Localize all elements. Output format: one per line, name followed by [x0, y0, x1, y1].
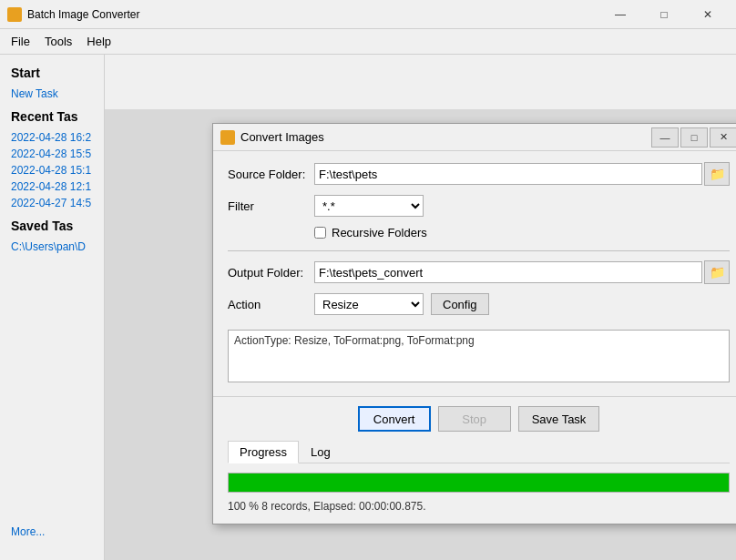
dialog-body: Source Folder: 📁 Filter *.* *.jpg *.png … [213, 151, 736, 396]
tab-progress[interactable]: Progress [228, 441, 299, 463]
dialog-footer: Convert Stop Save Task [213, 396, 736, 441]
action-info-textarea[interactable]: ActionType: Resize, ToFormat:png, ToForm… [228, 330, 730, 382]
sidebar: Start New Task Recent Tas 2022-04-28 16:… [0, 55, 105, 560]
saved-section-title: Saved Tas [11, 219, 93, 233]
stop-button[interactable]: Stop [438, 406, 511, 432]
recent-item-1[interactable]: 2022-04-28 15:5 [11, 148, 93, 160]
output-folder-label: Output Folder: [228, 266, 314, 280]
output-folder-input[interactable] [314, 261, 702, 283]
maximize-button[interactable]: □ [643, 2, 685, 27]
right-area: Convert Images — □ ✕ Source Folder: 📁 [105, 55, 736, 560]
action-label: Action [228, 298, 314, 311]
title-bar: Batch Image Converter — □ ✕ [0, 0, 736, 29]
action-row: Action Resize Convert Crop Watermark Con… [228, 293, 730, 315]
filter-row: Filter *.* *.jpg *.png *.bmp *.gif *.tif [228, 195, 730, 217]
progress-bar-container [228, 473, 730, 493]
save-task-button[interactable]: Save Task [518, 406, 600, 432]
start-section-title: Start [11, 66, 93, 80]
menu-bar: File Tools Help [0, 29, 736, 55]
dialog-title: Convert Images [240, 130, 651, 144]
app-icon [7, 7, 22, 22]
source-folder-input[interactable] [314, 163, 702, 185]
filter-label: Filter [228, 199, 314, 213]
new-task-link[interactable]: New Task [11, 87, 93, 100]
output-browse-button[interactable]: 📁 [704, 260, 730, 284]
convert-dialog: Convert Images — □ ✕ Source Folder: 📁 [212, 123, 736, 524]
menu-help[interactable]: Help [79, 31, 118, 52]
menu-tools[interactable]: Tools [37, 31, 79, 52]
main-content: Start New Task Recent Tas 2022-04-28 16:… [0, 55, 736, 560]
minimize-button[interactable]: — [599, 2, 641, 27]
recent-section-title: Recent Tas [11, 109, 93, 124]
dialog-maximize-button[interactable]: □ [680, 127, 708, 148]
menu-file[interactable]: File [4, 31, 37, 52]
folder-icon-2: 📁 [710, 265, 725, 280]
saved-item-0[interactable]: C:\Users\pan\D [11, 240, 93, 253]
tabs-row: Progress Log [228, 441, 730, 463]
output-folder-row: Output Folder: 📁 [228, 260, 730, 284]
action-select[interactable]: Resize Convert Crop Watermark [314, 293, 424, 315]
recent-item-2[interactable]: 2022-04-28 15:1 [11, 164, 93, 177]
tab-log[interactable]: Log [299, 441, 342, 463]
progress-bar-fill [229, 473, 729, 492]
window-controls: — □ ✕ [599, 2, 729, 27]
separator-1 [228, 250, 730, 251]
dialog-close-button[interactable]: ✕ [710, 127, 736, 148]
recent-item-4[interactable]: 2022-04-27 14:5 [11, 197, 93, 209]
more-link[interactable]: More... [11, 525, 45, 538]
filter-select[interactable]: *.* *.jpg *.png *.bmp *.gif *.tif [314, 195, 424, 217]
folder-icon: 📁 [710, 167, 725, 181]
progress-text: 100 % 8 records, Elapsed: 00:00:00.875. [228, 500, 730, 513]
recent-item-3[interactable]: 2022-04-28 12:1 [11, 180, 93, 193]
dialog-icon [220, 130, 235, 145]
source-folder-row: Source Folder: 📁 [228, 162, 730, 186]
close-button[interactable]: ✕ [687, 2, 729, 27]
source-folder-label: Source Folder: [228, 168, 314, 181]
config-button[interactable]: Config [431, 293, 489, 315]
app-title: Batch Image Converter [27, 8, 599, 21]
recursive-row: Recursive Folders [314, 226, 730, 239]
recursive-label: Recursive Folders [332, 226, 427, 239]
dialog-controls: — □ ✕ [651, 127, 736, 148]
progress-area: Progress Log 100 % 8 records, Elapsed: 0… [213, 441, 736, 524]
recent-item-0[interactable]: 2022-04-28 16:2 [11, 131, 93, 144]
dialog-minimize-button[interactable]: — [651, 127, 679, 148]
convert-button[interactable]: Convert [358, 406, 431, 432]
source-browse-button[interactable]: 📁 [704, 162, 730, 186]
recursive-checkbox[interactable] [314, 227, 326, 239]
dialog-titlebar: Convert Images — □ ✕ [213, 124, 736, 151]
